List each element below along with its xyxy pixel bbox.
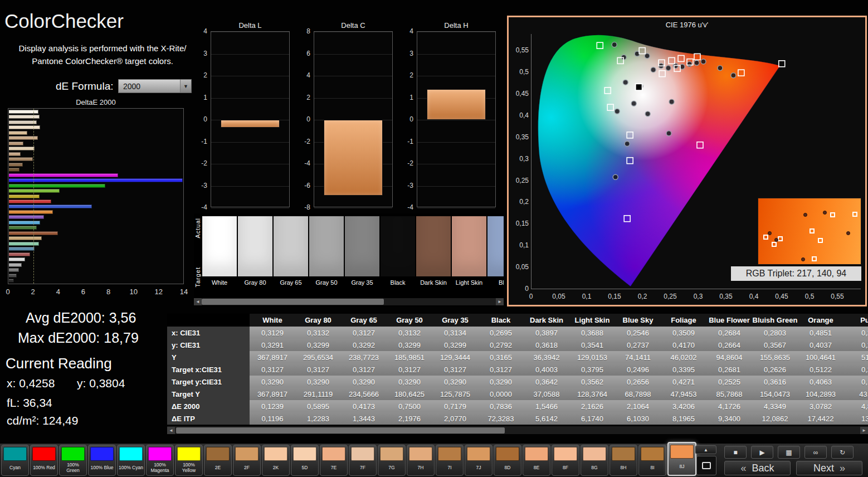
de-formula-dropdown[interactable]: 2000 ▼	[118, 79, 192, 93]
patch-button-7i[interactable]: 7I	[436, 445, 464, 476]
deltae-reference-line	[33, 109, 34, 284]
table-cell: 0,2681	[706, 363, 752, 376]
axis-tick-label: 1	[195, 94, 207, 101]
patch-button-5d[interactable]: 5D	[291, 445, 319, 476]
patch-button-2k[interactable]: 2K	[262, 445, 290, 476]
table-cell: 1,5466	[524, 400, 569, 412]
table-cell: 155,8635	[752, 351, 798, 363]
stop-button[interactable]: ■	[724, 446, 747, 459]
scroll-right-icon[interactable]: ►	[496, 298, 504, 305]
selected-target-point	[636, 84, 642, 90]
scrollbar-thumb[interactable]	[202, 299, 384, 305]
page-description: Display analysis is performed with the X…	[9, 42, 196, 67]
inset-measurement-point	[803, 213, 807, 217]
cie-diagram-panel[interactable]: CIE 1976 u'v' 0,550,50,450,40,350,30,250…	[507, 16, 867, 306]
patch-button-7j[interactable]: 7J	[465, 445, 492, 476]
patch-button-8i[interactable]: 8I	[638, 445, 666, 476]
patch-button-7e[interactable]: 7E	[320, 445, 348, 476]
deltae-chart-title: DeltaE 2000	[8, 98, 184, 106]
table-cell: 238,7723	[341, 351, 387, 363]
patch-button-7f[interactable]: 7F	[349, 445, 377, 476]
patch-button-8d[interactable]: 8D	[494, 445, 521, 476]
patch-swatch: Gray 65	[274, 216, 308, 286]
table-header-cell: Gray 35	[432, 314, 478, 327]
patch-button-color	[351, 447, 374, 461]
axis-tick-label: -3	[401, 182, 413, 189]
patch-button-label: 7F	[350, 462, 376, 474]
delta-bar	[427, 89, 486, 120]
axis-tick-label: 3	[195, 50, 207, 57]
next-button[interactable]: Next »	[796, 461, 862, 475]
table-scrollbar-thumb[interactable]	[176, 427, 505, 434]
patch-button-label: 7I	[437, 462, 462, 474]
table-row: y: CIE310,32910,32990,32920,32990,32990,…	[167, 339, 868, 351]
deltae-bar	[9, 163, 23, 167]
collapse-up-button[interactable]: ▲	[695, 445, 716, 454]
inset-measurement-point	[846, 231, 850, 235]
scroll-left-icon[interactable]: ◄	[194, 298, 202, 305]
patch-button-8j[interactable]: 8J	[667, 442, 696, 476]
play-button[interactable]: ▶	[751, 446, 773, 459]
table-cell: 4,3349	[752, 400, 798, 412]
patch-button-100-cyan[interactable]: 100% Cyan	[117, 445, 145, 476]
table-cell: 0,2803	[752, 327, 798, 339]
continuous-measure-button[interactable]: ∞	[804, 446, 827, 459]
axis-tick-label: 0,45	[775, 293, 788, 300]
patch-button-8h[interactable]: 8H	[609, 445, 637, 476]
measurement-point	[666, 66, 671, 71]
table-cell: 0,3395	[661, 363, 706, 376]
table-cell: 0,2656	[615, 376, 661, 388]
grid-view-button[interactable]: ▦	[778, 446, 800, 459]
axis-tick-label: -2	[195, 159, 207, 167]
table-cell: 0,3290	[432, 376, 478, 388]
axis-tick-label: 0,15	[608, 293, 621, 300]
axis-tick-label: 0	[6, 288, 9, 296]
table-cell: 0,3292	[341, 339, 387, 351]
refresh-button[interactable]: ↻	[831, 446, 854, 459]
deltae-bar	[9, 168, 19, 172]
patch-button-8f[interactable]: 8F	[552, 445, 579, 476]
axis-tick-label: -6	[298, 182, 310, 189]
table-cell: 0,3127	[387, 363, 432, 376]
table-header-cell: Dark Skin	[524, 314, 569, 327]
gridline	[314, 32, 392, 32]
patch-button-cyan[interactable]: Cyan	[1, 445, 29, 476]
table-cell: 1,3443	[341, 412, 387, 425]
measurement-point	[615, 109, 620, 114]
table-body: x: CIE310,31290,31320,31270,31320,31340,…	[167, 327, 868, 425]
back-button[interactable]: « Back	[724, 461, 791, 475]
patch-swatch: Dark Skin	[416, 216, 451, 286]
table-cell: 72,3283	[478, 412, 524, 425]
patch-button-100-magenta[interactable]: 100% Magenta	[146, 445, 174, 476]
patch-button-7g[interactable]: 7G	[378, 445, 406, 476]
table-row-label: Target Y	[167, 388, 250, 400]
table-scroll-right-icon[interactable]: ►	[860, 427, 868, 434]
table-header-cell: Blue Flower	[706, 314, 752, 327]
table-cell: 0,3299	[432, 339, 478, 351]
patch-button-7h[interactable]: 7H	[407, 445, 435, 476]
display-mode-button[interactable]	[696, 456, 716, 475]
table-cell: 0,1	[843, 376, 868, 388]
measurement-point	[666, 131, 671, 136]
patch-button-2f[interactable]: 2F	[233, 445, 261, 476]
cie-title: CIE 1976 u'v'	[509, 21, 865, 29]
patch-button-8e[interactable]: 8E	[523, 445, 550, 476]
table-scroll-left-icon[interactable]: ◄	[167, 427, 175, 434]
table-cell: 0,3795	[569, 363, 615, 376]
table-cell: 0,3897	[524, 327, 569, 339]
chevron-down-icon: ▼	[180, 80, 191, 93]
colorchecker-app: ColorChecker Display analysis is perform…	[0, 0, 868, 477]
table-cell: 0,4271	[661, 376, 706, 388]
patch-button-100-blue[interactable]: 100% Blue	[88, 445, 116, 476]
patch-button-label: 2K	[263, 462, 289, 474]
patch-button-100-green[interactable]: 100% Green	[59, 445, 87, 476]
deltae-bar	[9, 242, 39, 246]
table-cell: 5,6142	[524, 412, 569, 425]
table-cell: 100,4641	[798, 351, 843, 363]
patch-button-8g[interactable]: 8G	[581, 445, 608, 476]
table-cell: 0,7836	[478, 400, 524, 412]
patch-button-100-yellow[interactable]: 100% Yellow	[175, 445, 203, 476]
target-label: Target	[194, 267, 201, 288]
patch-button-2e[interactable]: 2E	[204, 445, 232, 476]
patch-button-100-red[interactable]: 100% Red	[30, 445, 58, 476]
